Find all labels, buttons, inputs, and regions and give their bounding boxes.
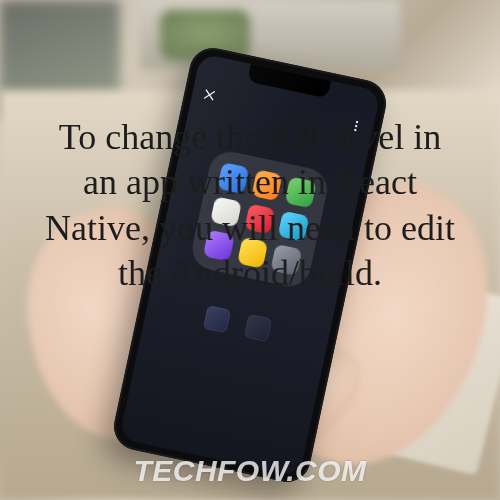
statusbar-right (367, 93, 370, 107)
overlay-caption: To change the API level in an app writte… (0, 115, 500, 296)
statusbar-left (207, 59, 210, 73)
home-app-icon (203, 305, 231, 333)
svg-line-1 (205, 90, 215, 100)
home-app[interactable] (202, 305, 231, 337)
home-row (144, 293, 330, 359)
close-icon[interactable] (201, 87, 218, 104)
scene-root: To change the API level in an app writte… (0, 0, 500, 500)
home-app[interactable] (243, 314, 272, 346)
home-app-icon (244, 314, 272, 342)
watermark: TECHFOW.COM (0, 454, 500, 488)
